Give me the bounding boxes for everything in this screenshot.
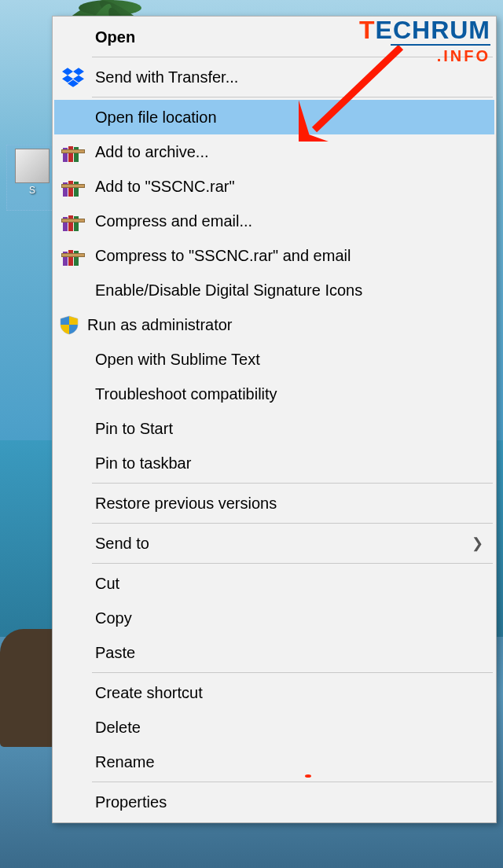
menu-label: Cut [95, 575, 488, 593]
menu-item-troubleshoot[interactable]: Troubleshoot compatibility [54, 377, 494, 411]
menu-separator [92, 483, 493, 484]
menu-label: Restore previous versions [95, 495, 488, 513]
chevron-right-icon: ❯ [472, 535, 488, 552]
menu-item-open[interactable]: Open [54, 20, 494, 54]
winrar-icon [59, 243, 87, 268]
winrar-icon [59, 139, 87, 164]
menu-label: Delete [95, 719, 488, 737]
winrar-icon [59, 174, 87, 199]
menu-separator [92, 563, 493, 564]
menu-separator [92, 672, 493, 673]
uac-shield-icon [59, 314, 79, 335]
menu-label: Send with Transfer... [95, 68, 488, 86]
menu-separator [92, 782, 493, 782]
menu-separator [92, 57, 493, 57]
menu-item-add-to-archive[interactable]: Add to archive... [54, 134, 494, 169]
menu-label: Paste [95, 644, 488, 662]
menu-label: Create shortcut [95, 684, 488, 702]
menu-separator [92, 523, 493, 524]
menu-label: Open file location [95, 108, 488, 127]
menu-item-paste[interactable]: Paste [54, 635, 494, 670]
menu-item-rename[interactable]: Rename [54, 745, 494, 779]
menu-item-add-to-sscnc[interactable]: Add to "SSCNC.rar" [54, 169, 494, 204]
menu-item-pin-taskbar[interactable]: Pin to taskbar [54, 446, 494, 480]
menu-label: Add to archive... [95, 143, 488, 161]
menu-item-open-sublime[interactable]: Open with Sublime Text [54, 342, 494, 377]
menu-item-open-file-location[interactable]: Open file location [54, 100, 494, 134]
menu-item-pin-start[interactable]: Pin to Start [54, 411, 494, 446]
menu-item-properties[interactable]: Properties [54, 785, 494, 819]
menu-separator [92, 97, 493, 97]
menu-item-compress-sscnc-email[interactable]: Compress to "SSCNC.rar" and email [54, 238, 494, 273]
desktop-shortcut-label: S [29, 185, 35, 196]
menu-item-copy[interactable]: Copy [54, 601, 494, 635]
menu-label: Rename [95, 753, 488, 771]
menu-label: Enable/Disable Digital Signature Icons [95, 281, 488, 300]
menu-item-create-shortcut[interactable]: Create shortcut [54, 675, 494, 710]
menu-item-cut[interactable]: Cut [54, 566, 494, 601]
menu-label: Open with Sublime Text [95, 351, 488, 369]
dropbox-icon [59, 64, 87, 90]
menu-label: Pin to taskbar [95, 454, 488, 473]
context-menu: Open Send with Transfer... Open file loc… [52, 16, 497, 823]
annotation-dot [305, 774, 311, 778]
menu-item-delete[interactable]: Delete [54, 710, 494, 745]
menu-label: Send to [95, 535, 472, 553]
menu-label: Copy [95, 609, 488, 627]
menu-item-run-as-admin[interactable]: Run as administrator [54, 307, 494, 342]
winrar-icon [59, 208, 87, 234]
menu-label: Run as administrator [87, 316, 488, 334]
menu-label: Open [95, 28, 488, 46]
menu-label: Compress to "SSCNC.rar" and email [95, 247, 488, 265]
menu-item-restore-previous[interactable]: Restore previous versions [54, 486, 494, 520]
menu-item-send-to[interactable]: Send to ❯ [54, 526, 494, 561]
menu-item-compress-email[interactable]: Compress and email... [54, 204, 494, 238]
menu-label: Add to "SSCNC.rar" [95, 178, 488, 196]
menu-label: Pin to Start [95, 420, 488, 438]
menu-item-send-transfer[interactable]: Send with Transfer... [54, 60, 494, 94]
menu-label: Troubleshoot compatibility [95, 385, 488, 403]
desktop-shortcut-icon[interactable]: S [6, 145, 58, 211]
menu-label: Properties [95, 793, 488, 811]
menu-label: Compress and email... [95, 212, 488, 230]
menu-item-digital-signature[interactable]: Enable/Disable Digital Signature Icons [54, 273, 494, 307]
